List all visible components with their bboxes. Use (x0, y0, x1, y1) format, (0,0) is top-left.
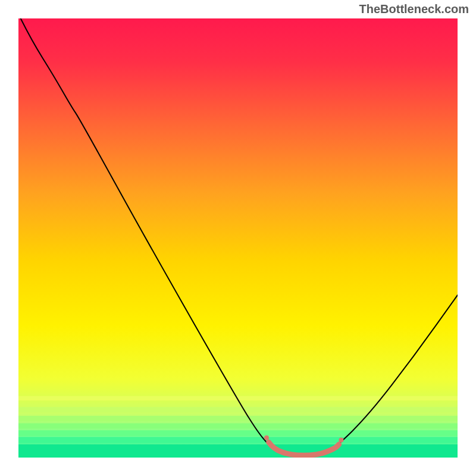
highlight-dot (264, 436, 269, 440)
green-band (18, 423, 458, 428)
chart-svg (18, 18, 458, 458)
watermark-text: TheBottleneck.com (359, 2, 469, 16)
green-band (18, 416, 458, 421)
chart-plot-area (18, 18, 458, 458)
green-band (18, 407, 458, 412)
chart-background (18, 18, 458, 458)
green-band (18, 430, 458, 436)
highlight-dot (339, 437, 343, 442)
green-band (18, 444, 458, 458)
green-band (18, 437, 458, 443)
